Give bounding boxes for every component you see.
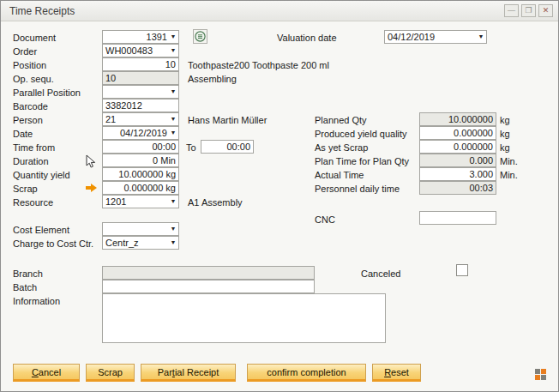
barcode-label: Barcode (13, 101, 48, 112)
information-textarea[interactable] (102, 293, 386, 343)
time-to-value: 00:00 (226, 142, 250, 152)
chevron-down-icon[interactable]: ▼ (169, 239, 177, 245)
order-label: Order (13, 46, 37, 57)
order-value: WH000483 (105, 45, 153, 56)
scrap-label: Scrap (13, 184, 38, 194)
cost-element-field[interactable]: ▼ (102, 222, 179, 236)
cost-element-label: Cost Element (13, 225, 69, 235)
canceled-label: Canceled (361, 268, 400, 279)
quantity-yield-label: Quantity yield (13, 170, 70, 180)
cnc-label: CNC (315, 214, 335, 225)
produced-yield-quality-value: 0.000000 (454, 128, 493, 138)
actual-time-unit: Min. (500, 170, 518, 180)
as-yet-scrap-label: As yet Scrap (315, 142, 368, 153)
information-label: Information (13, 296, 60, 306)
duration-field[interactable]: 0 Min (102, 154, 179, 167)
document-value: 1391 (147, 32, 167, 42)
planned-qty-field: 10.000000 (419, 112, 496, 126)
parallel-position-label: Parallel Position (13, 87, 81, 98)
planned-qty-label: Planned Qty (315, 115, 367, 125)
quantity-yield-field[interactable]: 10.000000 kg (102, 167, 179, 181)
position-label: Position (13, 60, 46, 70)
confirm-completion-button[interactable]: confirm completion (247, 364, 366, 382)
scrap-field[interactable]: 0.000000 kg (102, 181, 179, 195)
op-sequ-value: 10 (105, 73, 116, 83)
document-field[interactable]: 1391 ▼ (102, 30, 179, 44)
as-yet-scrap-unit: kg (500, 142, 510, 153)
chevron-down-icon[interactable]: ▼ (169, 226, 177, 232)
cancel-button[interactable]: Cancel (13, 364, 80, 382)
resource-field[interactable]: 1201 ▼ (102, 195, 179, 208)
actual-time-value: 3.000 (469, 169, 493, 179)
quantity-yield-value: 10.000000 kg (118, 169, 176, 179)
batch-label: Batch (13, 282, 37, 292)
chevron-down-icon[interactable]: ▼ (169, 130, 177, 136)
mouse-cursor-icon (85, 154, 97, 170)
time-to-label: To (186, 142, 196, 153)
resize-grip-icon[interactable] (535, 369, 546, 380)
position-field[interactable]: 10 (102, 57, 179, 71)
minimize-icon[interactable]: — (504, 4, 519, 17)
partial-receipt-button[interactable]: Partial Receipt (141, 364, 236, 382)
date-label: Date (13, 129, 33, 139)
close-icon[interactable]: ✕ (538, 4, 553, 17)
time-from-label: Time from (13, 142, 55, 153)
resource-label: Resource (13, 197, 53, 208)
position-value: 10 (165, 59, 176, 69)
document-link-icon[interactable] (193, 29, 207, 44)
chevron-down-icon[interactable]: ▼ (477, 33, 485, 39)
chevron-down-icon[interactable]: ▼ (169, 88, 177, 94)
charge-to-cost-ctr-value: Centr_z (105, 238, 139, 248)
orange-link-arrow-icon[interactable] (86, 184, 97, 192)
resource-value: 1201 (105, 196, 126, 207)
person-value: 21 (105, 114, 116, 124)
duration-label: Duration (13, 156, 49, 166)
position-description: Toothpaste200 Toothpaste 200 ml (188, 60, 329, 70)
time-to-field[interactable]: 00:00 (201, 140, 254, 154)
person-description: Hans Martin Müller (188, 115, 267, 125)
valuation-date-label: Valuation date (277, 33, 337, 43)
parallel-position-field[interactable]: ▼ (102, 85, 179, 99)
scrap-value: 0.000000 kg (123, 183, 176, 193)
plan-time-for-plan-qty-field: 0.000 (419, 154, 496, 167)
document-label: Document (13, 33, 56, 43)
produced-yield-quality-label: Produced yield quality (315, 129, 407, 139)
planned-qty-value: 10.000000 (448, 114, 493, 124)
scrap-button[interactable]: Scrap (86, 364, 135, 382)
actual-time-field[interactable]: 3.000 (419, 167, 496, 181)
window-controls: — ❐ ✕ (504, 4, 553, 17)
order-field[interactable]: WH000483 ▼ (102, 44, 179, 57)
reset-button[interactable]: Reset (372, 364, 421, 382)
cnc-field[interactable] (419, 211, 496, 225)
plan-time-for-plan-qty-value: 0.000 (469, 155, 493, 166)
as-yet-scrap-field[interactable]: 0.000000 (419, 140, 496, 154)
valuation-date-field[interactable]: 04/12/2019 ▼ (384, 30, 487, 44)
actual-time-label: Actual Time (315, 170, 364, 180)
maximize-icon[interactable]: ❐ (521, 4, 536, 17)
date-field[interactable]: 04/12/2019 ▼ (102, 126, 179, 140)
time-receipts-dialog: Time Receipts — ❐ ✕ Document 1391 ▼ Orde… (0, 0, 559, 392)
chevron-down-icon[interactable]: ▼ (169, 198, 177, 204)
branch-label: Branch (13, 268, 43, 279)
canceled-checkbox[interactable] (456, 264, 468, 276)
window-title: Time Receipts (9, 5, 75, 17)
person-label: Person (13, 115, 43, 125)
titlebar[interactable]: Time Receipts — ❐ ✕ (1, 1, 558, 21)
barcode-field[interactable]: 3382012 (102, 99, 179, 112)
time-from-value: 00:00 (152, 142, 176, 152)
chevron-down-icon[interactable]: ▼ (169, 116, 177, 122)
chevron-down-icon[interactable]: ▼ (169, 33, 177, 39)
charge-to-cost-ctr-field[interactable]: Centr_z ▼ (102, 236, 179, 250)
resource-description: A1 Assembly (188, 197, 243, 208)
valuation-date-value: 04/12/2019 (388, 32, 435, 42)
op-sequ-label: Op. sequ. (13, 74, 54, 84)
chevron-down-icon[interactable]: ▼ (169, 47, 177, 53)
branch-field (102, 266, 315, 280)
date-value: 04/12/2019 (120, 128, 167, 138)
produced-yield-quality-field[interactable]: 0.000000 (419, 126, 496, 140)
batch-field[interactable] (102, 280, 315, 293)
plan-time-for-plan-qty-unit: Min. (500, 156, 518, 166)
time-from-field[interactable]: 00:00 (102, 140, 179, 154)
duration-value: 0 Min (153, 155, 176, 166)
person-field[interactable]: 21 ▼ (102, 112, 179, 126)
